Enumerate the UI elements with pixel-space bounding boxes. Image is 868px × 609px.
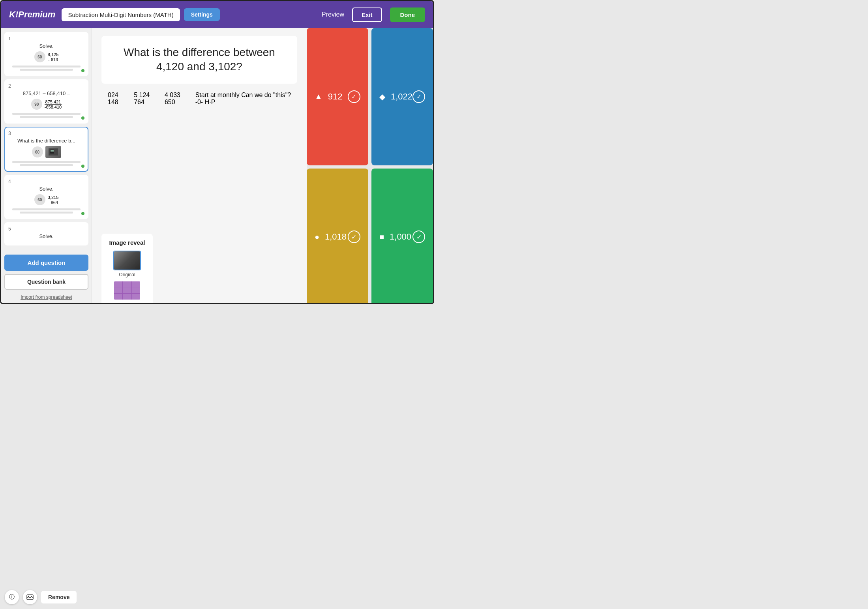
sidebar-item-q2[interactable]: 2 875,421 – 658,410 = 90 875,421 -658,41… [4, 79, 88, 124]
q2-timer: 90 [31, 99, 42, 110]
answer-left-3: ● 1,018 [315, 232, 347, 242]
done-button[interactable]: Done [390, 7, 426, 22]
image-reveal-panel: Image reveal Original [101, 234, 153, 304]
import-link[interactable]: Import from spreadsheet [4, 293, 88, 302]
sidebar-item-q5[interactable]: 5 Solve. [4, 222, 88, 245]
q1-bars [8, 66, 84, 71]
q4-timer: 60 [34, 194, 45, 205]
content-area: What is the difference between 4,120 and… [92, 28, 307, 304]
add-question-button[interactable]: Add question [4, 255, 88, 271]
sidebar: 1 Solve. 60 8,125 - 613 2 875,421 – 658,… [1, 28, 92, 304]
answer-shape-2: ◆ [379, 92, 385, 101]
question-text-box: What is the difference between 4,120 and… [101, 36, 297, 84]
q4-math: 3,215 - 864 [48, 195, 59, 205]
q1-dot [81, 69, 84, 72]
question-bank-button[interactable]: Question bank [4, 274, 88, 290]
q2-content: 90 875,421 -658,410 [8, 99, 84, 110]
brand-k: K! [9, 9, 18, 19]
reveal-title: Image reveal [105, 239, 149, 246]
answer-left-1: ▲ 912 [315, 92, 343, 102]
answer-check-3: ✓ [348, 230, 360, 243]
question-text: What is the difference between 4,120 and… [113, 45, 285, 74]
answer-grid: ▲ 912 ✓ ◆ 1,022 ✓ ● 1,018 ✓ [307, 28, 433, 304]
header-right: Preview Exit Done [322, 7, 425, 22]
svg-rect-2 [51, 150, 54, 152]
answer-text-2: 1,022 [391, 92, 412, 102]
q3-number: 3 [8, 131, 84, 136]
q2-number: 2 [8, 83, 84, 89]
sidebar-item-q4[interactable]: 4 Solve. 60 3,215 - 864 [4, 175, 88, 219]
main-layout: 1 Solve. 60 8,125 - 613 2 875,421 – 658,… [1, 28, 433, 304]
q1-bar2 [20, 69, 73, 71]
q2-label: 875,421 – 658,410 = [8, 90, 84, 96]
q3-bars [8, 161, 84, 166]
brand-premium: Premium [18, 9, 55, 19]
sidebar-item-q3[interactable]: 3 What is the difference b... 60 [4, 127, 88, 172]
sidebar-bottom: Add question Question bank Import from s… [4, 251, 88, 302]
answer-choice-2[interactable]: ◆ 1,022 ✓ [371, 28, 433, 165]
reveal-label-original: Original [119, 272, 135, 277]
answer-check-2: ✓ [412, 90, 425, 103]
reveal-options: Original 3x3 [105, 251, 149, 304]
q2-math: 875,421 -658,410 [45, 99, 62, 109]
quiz-title: Subtraction Multi-Digit Numbers (MATH) [62, 8, 180, 21]
q1-math: 8,125 - 613 [48, 52, 59, 62]
q3-image-thumb [45, 146, 61, 158]
q1-bar1 [12, 66, 81, 67]
answer-shape-1: ▲ [315, 92, 322, 101]
q5-number: 5 [8, 226, 84, 232]
settings-button[interactable]: Settings [184, 8, 220, 21]
answer-left-4: ■ 1,000 [379, 232, 411, 242]
q3-bar2 [20, 164, 73, 166]
header: K!Premium Subtraction Multi-Digit Number… [1, 1, 433, 28]
q1-content: 60 8,125 - 613 [8, 51, 84, 62]
reveal-thumb-3x3 [113, 281, 141, 300]
answer-text-3: 1,018 [325, 232, 347, 242]
answer-text-4: 1,000 [390, 232, 411, 242]
q2-bar2 [20, 116, 73, 118]
q2-bars [8, 113, 84, 118]
answer-left-2: ◆ 1,022 [379, 92, 412, 102]
reveal-option-3x3[interactable]: 3x3 [105, 281, 149, 304]
reveal-thumb-original [113, 251, 141, 270]
q4-bar2 [20, 212, 73, 214]
exit-button[interactable]: Exit [352, 7, 382, 22]
answer-check-1: ✓ [348, 90, 360, 103]
q2-bar1 [12, 113, 81, 115]
answer-shape-4: ■ [379, 232, 384, 242]
title-bar: Subtraction Multi-Digit Numbers (MATH) S… [62, 8, 315, 21]
reveal-label-3x3: 3x3 [123, 302, 131, 304]
answer-shape-3: ● [315, 232, 319, 242]
preview-button[interactable]: Preview [322, 11, 344, 18]
brand-logo: K!Premium [9, 9, 55, 20]
q3-bar1 [12, 161, 81, 163]
q4-dot [81, 212, 84, 215]
media-section: 60 sec 373 962 804 029 1 296 731 1 859 3… [101, 92, 297, 226]
q3-timer: 60 [32, 146, 43, 157]
answer-check-4: ✓ [412, 230, 425, 243]
q5-label: Solve. [8, 233, 84, 239]
q2-dot [81, 116, 84, 120]
answer-choice-3[interactable]: ● 1,018 ✓ [307, 169, 368, 305]
answer-choice-4[interactable]: ■ 1,000 ✓ [371, 169, 433, 305]
answer-text-1: 912 [328, 92, 343, 102]
sidebar-item-q1[interactable]: 1 Solve. 60 8,125 - 613 [4, 32, 88, 76]
q3-content: 60 [8, 146, 84, 158]
q4-content: 60 3,215 - 864 [8, 194, 84, 205]
q3-dot [81, 165, 84, 168]
q1-number: 1 [8, 36, 84, 41]
q1-label: Solve. [8, 43, 84, 49]
q4-bar1 [12, 208, 81, 210]
q3-label: What is the difference b... [8, 138, 84, 144]
reveal-option-original[interactable]: Original [105, 251, 149, 277]
q4-number: 4 [8, 179, 84, 184]
q4-bars [8, 208, 84, 214]
q1-timer: 60 [34, 51, 45, 62]
answer-choice-1[interactable]: ▲ 912 ✓ [307, 28, 368, 165]
q4-label: Solve. [8, 186, 84, 192]
